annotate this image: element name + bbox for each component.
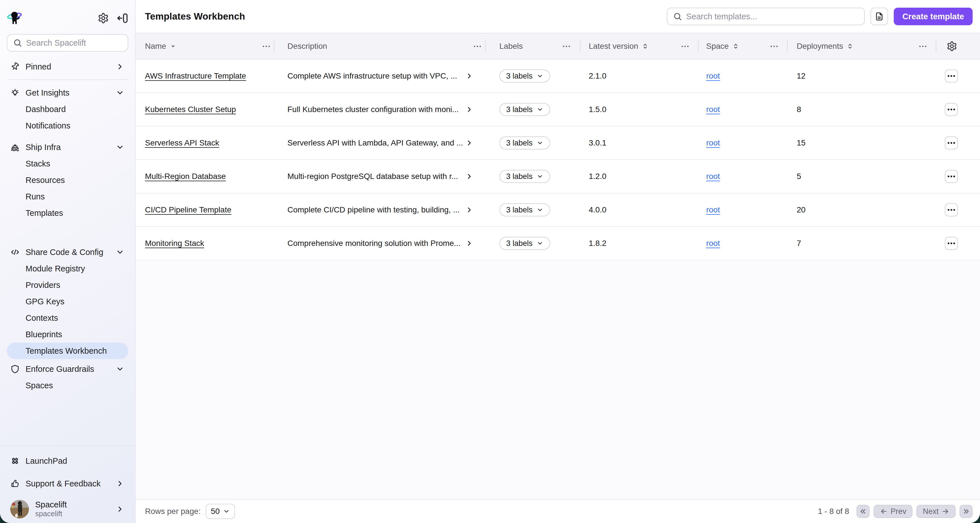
sidebar-item-blueprints[interactable]: Blueprints — [7, 326, 128, 343]
row-actions-menu-icon[interactable] — [945, 170, 958, 183]
sidebar-search-input[interactable] — [26, 38, 133, 48]
sidebar-item-label: Templates Workbench — [25, 346, 107, 356]
space-column-menu-icon[interactable] — [768, 41, 780, 52]
labels-dropdown[interactable]: 3 labels — [500, 103, 550, 116]
rows-per-page-select[interactable]: 50 — [206, 504, 235, 519]
sidebar-item-spaces[interactable]: Spaces — [7, 377, 128, 394]
labels-dropdown[interactable]: 3 labels — [500, 70, 550, 83]
documentation-button[interactable] — [870, 8, 888, 25]
sidebar-item-support-feedback[interactable]: Support & Feedback — [7, 475, 128, 492]
sidebar-item-label: Runs — [25, 192, 45, 201]
collapse-sidebar-icon[interactable] — [116, 12, 128, 24]
sidebar-section-share-code-config[interactable]: Share Code & Config — [7, 244, 128, 261]
shield-icon — [10, 364, 20, 374]
latest-version: 3.0.1 — [589, 138, 606, 148]
sidebar-item-launchpad[interactable]: LaunchPad — [7, 453, 128, 469]
account-menu[interactable]: Spacelift spacelift — [7, 495, 128, 523]
sort-icon — [641, 43, 649, 50]
sidebar-section-enforce-guardrails[interactable]: Enforce Guardrails — [7, 361, 128, 377]
space-link[interactable]: root — [706, 72, 720, 81]
column-header-space[interactable]: Space — [706, 33, 740, 59]
template-description: Complete CI/CD pipeline with testing, bu… — [287, 205, 460, 215]
labels-dropdown[interactable]: 3 labels — [500, 237, 550, 250]
deployments-column-menu-icon[interactable] — [916, 41, 929, 52]
deployments-count: 7 — [797, 239, 801, 248]
main-content: Templates Workbench — [135, 0, 980, 523]
template-name-link[interactable]: Kubernetes Cluster Setup — [145, 105, 236, 114]
column-divider[interactable] — [936, 40, 936, 52]
expand-description-icon[interactable] — [465, 139, 473, 147]
column-header-name[interactable]: Name — [145, 33, 177, 59]
expand-description-icon[interactable] — [465, 239, 473, 247]
space-link[interactable]: root — [706, 239, 720, 248]
space-link[interactable]: root — [706, 172, 720, 181]
sidebar-section-ship-infra[interactable]: Ship Infra — [7, 139, 128, 156]
template-name-link[interactable]: Monitoring Stack — [145, 239, 204, 248]
row-actions-menu-icon[interactable] — [945, 70, 958, 83]
space-link[interactable]: root — [706, 205, 720, 215]
sidebar-item-templates-workbench[interactable]: Templates Workbench — [7, 343, 128, 359]
sidebar-item-dashboard[interactable]: Dashboard — [7, 101, 128, 118]
sidebar-item-resources[interactable]: Resources — [7, 172, 128, 188]
expand-description-icon[interactable] — [465, 72, 473, 80]
sidebar-item-module-registry[interactable]: Module Registry — [7, 261, 128, 277]
page-title: Templates Workbench — [145, 11, 245, 22]
row-actions-menu-icon[interactable] — [945, 237, 958, 250]
template-name-link[interactable]: CI/CD Pipeline Template — [145, 205, 232, 215]
labels-dropdown[interactable]: 3 labels — [500, 203, 550, 216]
chevron-down-icon — [116, 365, 124, 373]
space-link[interactable]: root — [706, 138, 720, 148]
sidebar-item-label: Templates — [25, 208, 63, 218]
templates-search-input[interactable] — [686, 12, 859, 21]
sidebar-section-label: Ship Infra — [25, 143, 61, 152]
deployments-count: 5 — [797, 172, 801, 181]
column-divider[interactable] — [485, 40, 486, 52]
first-page-button[interactable] — [857, 505, 870, 518]
column-divider[interactable] — [698, 40, 698, 52]
name-column-menu-icon[interactable] — [260, 41, 272, 52]
settings-gear-icon[interactable] — [98, 13, 109, 24]
template-name-link[interactable]: Serverless API Stack — [145, 138, 219, 148]
sidebar-item-pinned[interactable]: Pinned — [7, 59, 128, 75]
sidebar-item-gpg-keys[interactable]: GPG Keys — [7, 293, 128, 310]
sidebar-item-stacks[interactable]: Stacks — [7, 156, 128, 172]
column-divider[interactable] — [787, 40, 788, 52]
table-settings-gear-icon[interactable] — [947, 41, 957, 52]
row-actions-menu-icon[interactable] — [945, 103, 958, 116]
sidebar-section-get-insights[interactable]: Get Insights — [7, 84, 128, 101]
expand-description-icon[interactable] — [465, 206, 473, 214]
space-link[interactable]: root — [706, 105, 720, 114]
table-row: AWS Infrastructure Template Complete AWS… — [135, 60, 980, 93]
sidebar-item-contexts[interactable]: Contexts — [7, 310, 128, 326]
labels-dropdown[interactable]: 3 labels — [500, 137, 550, 149]
last-page-button[interactable] — [959, 505, 973, 518]
table-row: Kubernetes Cluster Setup Full Kubernetes… — [135, 93, 980, 127]
labels-column-menu-icon[interactable] — [560, 41, 573, 52]
sidebar-item-providers[interactable]: Providers — [7, 277, 128, 293]
row-actions-menu-icon[interactable] — [945, 203, 958, 216]
column-header-latest-version[interactable]: Latest version — [589, 33, 649, 59]
chevron-right-icon — [116, 479, 124, 488]
template-name-link[interactable]: Multi-Region Database — [145, 172, 226, 181]
prev-page-button[interactable]: Prev — [873, 505, 913, 518]
sidebar-section-label: Share Code & Config — [25, 248, 103, 257]
table-header: Name Description Labels Latest version — [135, 33, 980, 60]
sidebar-item-label: Pinned — [25, 62, 51, 72]
sidebar-item-templates[interactable]: Templates — [7, 205, 128, 221]
column-divider[interactable] — [580, 40, 581, 52]
template-name-link[interactable]: AWS Infrastructure Template — [145, 72, 246, 81]
description-column-menu-icon[interactable] — [471, 41, 484, 52]
latest-version-column-menu-icon[interactable] — [679, 41, 691, 52]
sidebar-item-runs[interactable]: Runs — [7, 188, 128, 205]
column-header-deployments[interactable]: Deployments — [797, 33, 854, 59]
next-page-button[interactable]: Next — [916, 505, 956, 518]
row-actions-menu-icon[interactable] — [945, 137, 958, 149]
sidebar-item-label: Providers — [25, 280, 60, 290]
labels-dropdown[interactable]: 3 labels — [500, 170, 550, 183]
sidebar-item-notifications[interactable]: Notifications — [7, 118, 128, 134]
expand-description-icon[interactable] — [465, 105, 473, 113]
create-template-button[interactable]: Create template — [894, 8, 973, 25]
expand-description-icon[interactable] — [465, 172, 473, 180]
column-divider[interactable] — [274, 40, 274, 52]
ship-icon — [10, 142, 20, 152]
